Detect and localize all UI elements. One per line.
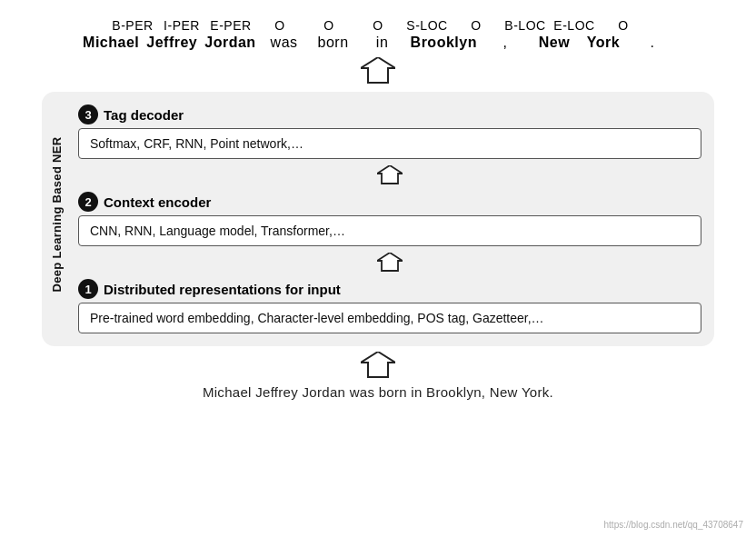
bottom-main-arrow <box>361 352 395 379</box>
word-cell: Jordan <box>201 35 259 51</box>
bottom-sentence: Michael Jeffrey Jordan was born in Brook… <box>203 384 553 400</box>
block-2-section: 2 Context encoder CNN, RNN, Language mod… <box>78 192 701 246</box>
label-cell: O <box>353 18 403 33</box>
word-cell: . <box>628 35 677 51</box>
svg-marker-0 <box>361 57 395 83</box>
word-cell: was <box>260 35 309 51</box>
bottom-arrow-icon <box>361 352 395 379</box>
block-2-title: 2 Context encoder <box>78 192 701 212</box>
label-cell: B-PER <box>108 18 157 33</box>
word-cell: born <box>309 35 358 51</box>
block-3-title: 3 Tag decoder <box>78 104 701 124</box>
block-1-title-text: Distributed representations for input <box>104 282 341 297</box>
inner-arrow-icon-2 <box>377 253 403 273</box>
label-cell: O <box>452 18 501 33</box>
svg-marker-3 <box>361 352 395 377</box>
svg-marker-2 <box>377 253 403 271</box>
word-cell: York <box>579 35 628 51</box>
word-cell: in <box>358 35 407 51</box>
label-cell: I-PER <box>157 18 206 33</box>
sentence-top: MichaelJeffreyJordanwasborninBrooklyn,Ne… <box>36 35 720 51</box>
block-2-title-text: Context encoder <box>104 194 211 210</box>
block-3-box: Softmax, CRF, RNN, Point network,… <box>78 128 701 159</box>
ner-label-row: B-PERI-PERE-PEROOOS-LOCOB-LOCE-LOCO <box>36 18 720 33</box>
label-cell: O <box>599 18 648 33</box>
block-1-number: 1 <box>78 279 98 299</box>
diagram-content: 3 Tag decoder Softmax, CRF, RNN, Point n… <box>78 104 701 333</box>
inner-arrow-icon <box>377 165 403 185</box>
block-2-box: CNN, RNN, Language model, Transformer,… <box>78 215 701 246</box>
label-cell: E-PER <box>206 18 255 33</box>
arrow-up-icon <box>361 57 395 85</box>
word-cell: New <box>530 35 579 51</box>
diagram-area: Deep Learning Based NER 3 Tag decoder So… <box>42 92 714 346</box>
sidebar-label: Deep Learning Based NER <box>50 146 64 292</box>
block-1-section: 1 Distributed representations for input … <box>78 279 701 333</box>
block-3-number: 3 <box>78 104 98 124</box>
block-3-section: 3 Tag decoder Softmax, CRF, RNN, Point n… <box>78 104 701 159</box>
inner-arrow-2-1 <box>78 253 701 273</box>
watermark: https://blog.csdn.net/qq_43708647 <box>604 520 743 530</box>
label-cell: O <box>304 18 353 33</box>
sidebar-label-wrap: Deep Learning Based NER <box>42 104 71 333</box>
word-cell: , <box>481 35 530 51</box>
inner-arrow-3-2 <box>78 165 701 185</box>
label-cell: E-LOC <box>550 18 599 33</box>
word-cell: Michael <box>79 35 143 51</box>
block-2-number: 2 <box>78 192 98 212</box>
top-main-arrow <box>361 57 395 85</box>
word-cell: Jeffrey <box>143 35 201 51</box>
block-3-title-text: Tag decoder <box>104 107 184 123</box>
word-cell: Brooklyn <box>407 35 481 51</box>
label-cell: O <box>255 18 304 33</box>
svg-marker-1 <box>377 165 403 184</box>
block-1-title: 1 Distributed representations for input <box>78 279 701 299</box>
block-1-box: Pre-trained word embedding, Character-le… <box>78 303 701 333</box>
label-cell: B-LOC <box>501 18 550 33</box>
label-cell: S-LOC <box>403 18 452 33</box>
